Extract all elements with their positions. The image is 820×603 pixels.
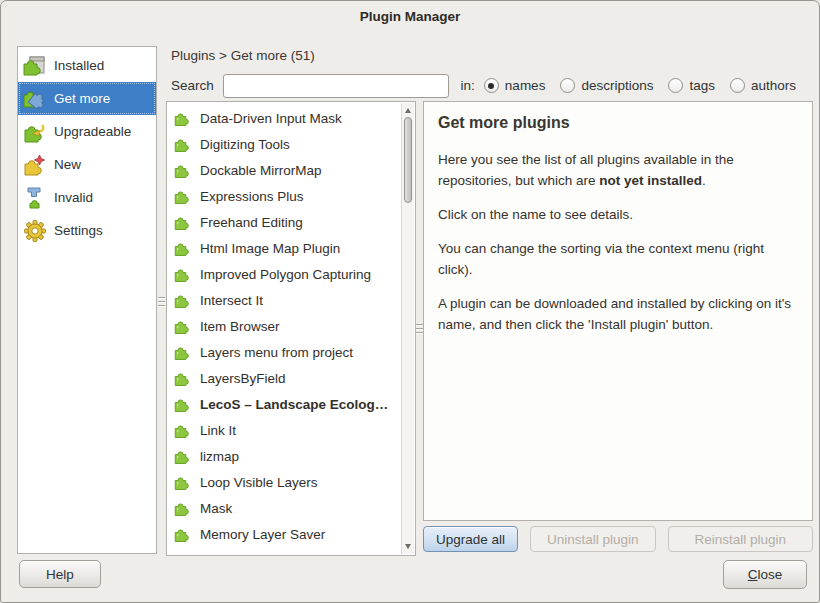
details-paragraph: You can change the sorting via the conte… (438, 238, 798, 280)
plugin-name: LayersByField (200, 371, 286, 386)
plugin-name: Digitizing Tools (200, 137, 290, 152)
details-body: Here you see the list of all plugins ava… (438, 149, 798, 335)
plugin-action-buttons: Upgrade allUninstall pluginReinstall plu… (423, 526, 813, 552)
sidebar-item-label: Invalid (54, 190, 93, 205)
sidebar-item-label: New (54, 157, 81, 172)
search-in-option-authors[interactable]: authors (730, 78, 796, 93)
breadcrumb: Plugins > Get more (51) (171, 48, 315, 63)
plugin-name: Loop Visible Layers (200, 475, 318, 490)
plugin-icon (173, 473, 191, 491)
plugin-icon (173, 421, 191, 439)
invalid-icon (21, 186, 48, 210)
radio-button-icon[interactable] (668, 78, 683, 93)
plugin-icon (173, 265, 191, 283)
sidebar-item-upgradeable[interactable]: Upgradeable (18, 115, 156, 148)
plugin-list-item-improved-polygon-capturing[interactable]: Improved Polygon Capturing (173, 261, 415, 287)
sidebar-item-new[interactable]: New (18, 148, 156, 181)
radio-label[interactable]: authors (751, 78, 796, 93)
radio-label[interactable]: descriptions (581, 78, 653, 93)
upgrade-all-button[interactable]: Upgrade all (423, 526, 518, 552)
radio-button-icon[interactable] (484, 78, 499, 93)
plugin-icon (173, 551, 191, 556)
plugin-manager-dialog: Plugin Manager InstalledGet moreUpgradea… (0, 0, 820, 603)
search-in-label: in: (461, 78, 475, 93)
plugin-icon (173, 135, 191, 153)
plugin-name: Memory Layer Saver (200, 527, 325, 542)
new-icon (21, 153, 48, 177)
search-label: Search (171, 78, 214, 93)
radio-label[interactable]: names (505, 78, 546, 93)
plugin-icon (173, 369, 191, 387)
plugin-name: LecoS – Landscape Ecolog… (200, 397, 388, 412)
sidebar-item-invalid[interactable]: Invalid (18, 181, 156, 214)
sidebar-item-installed[interactable]: Installed (18, 49, 156, 82)
list-details-splitter-handle[interactable] (416, 319, 423, 339)
plugin-list-item-layersbyfield[interactable]: LayersByField (173, 365, 415, 391)
details-heading: Get more plugins (438, 114, 798, 132)
plugin-list-item-lecos-landscape-ecolog[interactable]: LecoS – Landscape Ecolog… (173, 391, 415, 417)
plugin-icon (173, 239, 191, 257)
sidebar-item-settings[interactable]: Settings (18, 214, 156, 247)
plugin-name: Html Image Map Plugin (200, 241, 340, 256)
plugin-list-item-digitizing-tools[interactable]: Digitizing Tools (173, 131, 415, 157)
settings-icon (21, 219, 48, 243)
plugin-list-items: Data-Driven Input MaskDigitizing ToolsDo… (173, 105, 415, 556)
plugin-icon (173, 187, 191, 205)
help-button[interactable]: Help (19, 560, 101, 588)
plugin-list-item-mask[interactable]: Mask (173, 495, 415, 521)
plugin-list-item-expressions-plus[interactable]: Expressions Plus (173, 183, 415, 209)
scrollbar-thumb[interactable] (404, 117, 412, 203)
plugin-list-item-partial[interactable] (173, 547, 415, 556)
details-paragraph: A plugin can be downloaded and installed… (438, 293, 798, 335)
plugin-list-item-data-driven-input-mask[interactable]: Data-Driven Input Mask (173, 105, 415, 131)
plugin-icon (173, 343, 191, 361)
radio-button-icon[interactable] (560, 78, 575, 93)
search-row: Search in: namesdescriptionstagsauthors (171, 73, 811, 98)
sidebar-item-label: Upgradeable (54, 124, 131, 139)
plugin-list-item-layers-menu-from-project[interactable]: Layers menu from project (173, 339, 415, 365)
sidebar-item-label: Installed (54, 58, 104, 73)
plugin-name: Improved Polygon Capturing (200, 267, 371, 282)
plugin-icon (173, 395, 191, 413)
category-sidebar: InstalledGet moreUpgradeableNewInvalidSe… (17, 46, 157, 554)
search-input[interactable] (223, 74, 449, 98)
plugin-list-item-lizmap[interactable]: lizmap (173, 443, 415, 469)
plugin-list-item-loop-visible-layers[interactable]: Loop Visible Layers (173, 469, 415, 495)
plugin-icon (173, 525, 191, 543)
plugin-icon (173, 291, 191, 309)
plugin-list-item-link-it[interactable]: Link It (173, 417, 415, 443)
sidebar-item-label: Settings (54, 223, 103, 238)
plugin-name: lizmap (200, 449, 239, 464)
plugin-name: Expressions Plus (200, 189, 304, 204)
plugin-list-item-memory-layer-saver[interactable]: Memory Layer Saver (173, 521, 415, 547)
plugin-name: Link It (200, 423, 236, 438)
plugin-name: Intersect It (200, 293, 263, 308)
uninstall-plugin-button: Uninstall plugin (530, 526, 656, 552)
search-in-option-descriptions[interactable]: descriptions (560, 78, 653, 93)
plugin-list-item-item-browser[interactable]: Item Browser (173, 313, 415, 339)
sidebar-splitter-handle[interactable] (158, 292, 165, 312)
scroll-up-arrow-icon[interactable] (405, 108, 411, 113)
plugin-details-panel: Get more plugins Here you see the list o… (423, 101, 813, 521)
plugin-list-scrollbar[interactable] (401, 103, 414, 554)
installed-icon (21, 54, 48, 78)
search-in-option-tags[interactable]: tags (668, 78, 715, 93)
plugin-name: Item Browser (200, 319, 280, 334)
plugin-list-item-freehand-editing[interactable]: Freehand Editing (173, 209, 415, 235)
plugin-list-item-html-image-map-plugin[interactable]: Html Image Map Plugin (173, 235, 415, 261)
search-in-option-names[interactable]: names (484, 78, 546, 93)
plugin-list: Data-Driven Input MaskDigitizing ToolsDo… (166, 101, 416, 556)
radio-button-icon[interactable] (730, 78, 745, 93)
sidebar-item-get-more[interactable]: Get more (18, 82, 156, 115)
plugin-name: Mask (200, 501, 232, 516)
close-button[interactable]: Close (723, 560, 807, 589)
plugin-list-item-intersect-it[interactable]: Intersect It (173, 287, 415, 313)
details-paragraph: Here you see the list of all plugins ava… (438, 149, 798, 191)
reinstall-plugin-button: Reinstall plugin (668, 526, 813, 552)
plugin-list-item-dockable-mirrormap[interactable]: Dockable MirrorMap (173, 157, 415, 183)
radio-label[interactable]: tags (689, 78, 715, 93)
plugin-name: Dockable MirrorMap (200, 163, 322, 178)
plugin-icon (173, 447, 191, 465)
plugin-name: Freehand Editing (200, 215, 303, 230)
scroll-down-arrow-icon[interactable] (405, 544, 411, 549)
